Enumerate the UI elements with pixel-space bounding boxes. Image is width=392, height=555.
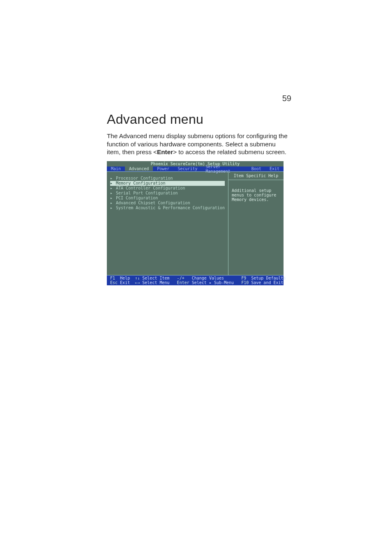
key-action-exit: Exit	[120, 280, 130, 285]
bios-screenshot: Phoenix SecureCore(tm) Setup Utility Mai…	[107, 161, 284, 285]
key-action-select-item: Select Item	[142, 276, 169, 280]
footer-row-2: Esc Exit ←→ Select Menu Enter Select ▸ S…	[110, 280, 284, 285]
bios-body: ▸ Processor Configuration ▸ Memory Confi…	[107, 171, 284, 275]
page-heading: Advanced menu	[107, 112, 288, 127]
submenu-processor-configuration[interactable]: ▸ Processor Configuration	[110, 176, 225, 181]
bios-footer-keys: F1 Help ↑↓ Select Item -/+ Change Values…	[107, 275, 284, 285]
manual-page: 59 Advanced menu The Advanced menu displ…	[0, 0, 392, 555]
key-action-help: Help	[120, 276, 130, 280]
footer-row-1: F1 Help ↑↓ Select Item -/+ Change Values…	[110, 276, 284, 280]
help-text-line: Additional setup	[232, 188, 281, 193]
bios-menu-bar: Main Advanced Power Security Server Mana…	[107, 166, 284, 171]
paragraph-text-after: > to access the related submenu screen.	[173, 148, 286, 155]
submenu-label: PCI Configuration	[116, 196, 158, 200]
help-text-line: menus to configure	[232, 193, 281, 197]
submenu-arrow-icon: ▸	[110, 196, 113, 200]
submenu-arrow-icon: ▸	[110, 206, 113, 210]
key-enter: Enter	[177, 280, 189, 285]
submenu-label: Memory Configuration	[116, 181, 165, 185]
page-number: 59	[0, 94, 291, 103]
submenu-arrow-icon: ▸	[110, 181, 113, 185]
key-action-save-exit: Save and Exit	[251, 280, 283, 285]
document-body: Advanced menu The Advanced menu display …	[107, 112, 288, 285]
key-esc: Esc	[110, 280, 118, 285]
submenu-advanced-chipset-configuration[interactable]: ▸ Advanced Chipset Configuration	[110, 201, 225, 206]
submenu-system-acoustic-performance[interactable]: ▸ Systrem Acoustic & Performance Configu…	[110, 206, 225, 210]
key-action-change-values: Change Values	[192, 276, 224, 280]
tab-exit[interactable]: Exit	[265, 166, 284, 171]
submenu-label: Serial Port Configuration	[116, 191, 178, 195]
submenu-arrow-icon: ▸	[110, 186, 113, 190]
submenu-arrow-icon: ▸	[110, 176, 113, 180]
submenu-label: ATA Controller Configuration	[116, 186, 185, 190]
bios-help-panel: Item Specific Help Additional setup menu…	[228, 172, 284, 275]
key-f9: F9	[241, 276, 246, 280]
submenu-label: Advanced Chipset Configuration	[116, 201, 190, 205]
submenu-pci-configuration[interactable]: ▸ PCI Configuration	[110, 196, 225, 201]
submenu-arrow-icon: ▸	[110, 191, 113, 195]
help-panel-header: Item Specific Help	[228, 172, 284, 180]
help-panel-body: Additional setup menus to configure Memo…	[228, 180, 284, 202]
intro-paragraph: The Advanced menu display submenu option…	[107, 132, 288, 156]
submenu-label: Processor Configuration	[116, 176, 173, 180]
key-up-down: ↑↓	[135, 276, 140, 280]
key-action-select-menu: Select Menu	[142, 280, 169, 285]
tab-advanced[interactable]: Advanced	[125, 166, 153, 171]
submenu-ata-controller-configuration[interactable]: ▸ ATA Controller Configuration	[110, 186, 225, 191]
submenu-arrow-icon: ▸	[110, 201, 113, 205]
key-plus-minus: -/+	[177, 276, 184, 280]
tab-power[interactable]: Power	[153, 166, 173, 171]
submenu-serial-port-configuration[interactable]: ▸ Serial Port Configuration	[110, 191, 225, 196]
key-action-setup-defaults: Setup Defaults	[251, 276, 286, 280]
enter-key-bold: Enter	[157, 148, 173, 155]
bios-title-bar: Phoenix SecureCore(tm) Setup Utility	[107, 161, 284, 166]
help-text-line: Memory devices.	[232, 197, 281, 202]
submenu-memory-configuration[interactable]: ▸ Memory Configuration	[110, 181, 225, 186]
tab-security[interactable]: Security	[173, 166, 201, 171]
submenu-label: Systrem Acoustic & Performance Configura…	[116, 206, 225, 210]
key-action-select-submenu: Select ▸ Sub-Menu	[192, 280, 234, 285]
key-f1: F1	[110, 276, 115, 280]
key-left-right: ←→	[135, 280, 140, 285]
key-f10: F10	[241, 280, 249, 285]
tab-boot[interactable]: Boot	[247, 166, 265, 171]
bios-submenu-list: ▸ Processor Configuration ▸ Memory Confi…	[107, 172, 228, 275]
tab-main[interactable]: Main	[107, 166, 125, 171]
